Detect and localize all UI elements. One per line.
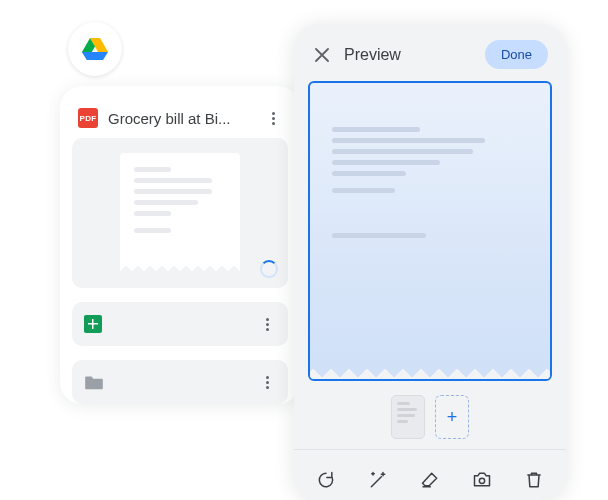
folder-icon [84,374,104,390]
svg-point-3 [479,478,484,483]
camera-button[interactable] [462,460,502,500]
trash-icon [524,470,544,490]
enhance-button[interactable] [358,460,398,500]
file-thumbnail[interactable] [72,138,288,288]
magic-wand-icon [368,470,388,490]
preview-title: Preview [344,46,473,64]
preview-toolbar [294,449,566,500]
more-options-button[interactable] [258,376,276,389]
preview-header: Preview Done [308,38,552,81]
done-button[interactable]: Done [485,40,548,69]
file-header: PDF Grocery bill at Bi... [72,104,288,138]
refresh-icon [316,470,336,490]
receipt-preview [120,153,240,273]
preview-panel: Preview Done + [294,24,566,500]
file-title: Grocery bill at Bi... [108,110,254,127]
loading-spinner-icon [260,260,278,278]
list-item[interactable] [72,360,288,404]
camera-icon [472,470,492,490]
page-thumbnails: + [308,381,552,449]
pdf-icon: PDF [78,108,98,128]
erase-button[interactable] [410,460,450,500]
drive-icon [81,37,109,61]
retake-button[interactable] [306,460,346,500]
close-button[interactable] [312,45,332,65]
more-options-button[interactable] [264,112,282,125]
svg-marker-2 [82,52,108,60]
page-thumbnail[interactable] [391,395,425,439]
list-item[interactable] [72,302,288,346]
eraser-icon [420,470,440,490]
more-options-button[interactable] [258,318,276,331]
drive-logo [68,22,122,76]
scan-preview[interactable] [308,81,552,381]
close-icon [315,48,329,62]
file-card: PDF Grocery bill at Bi... [60,86,300,404]
add-page-button[interactable]: + [435,395,469,439]
delete-button[interactable] [514,460,554,500]
sheets-icon [84,315,102,333]
